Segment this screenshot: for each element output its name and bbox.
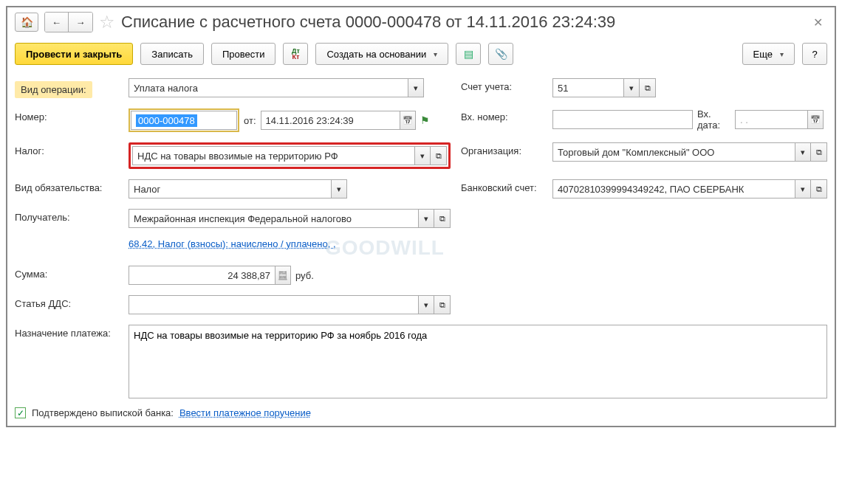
bank-acc-input[interactable]: 40702810399994349242, ПАО СБЕРБАНК: [552, 179, 795, 199]
print-form-button[interactable]: ▤: [456, 43, 481, 65]
number-date-cell: 0000-000478 от: 14.11.2016 23:24:39 ⚑: [129, 108, 451, 132]
enter-payment-link[interactable]: Ввести платежное поручение: [179, 407, 311, 418]
account-dropdown-icon[interactable]: ▾: [623, 78, 640, 97]
more-button[interactable]: Еще: [742, 43, 795, 65]
create-based-on-button[interactable]: Создать на основании: [315, 43, 448, 65]
bank-acc-dropdown-icon[interactable]: ▾: [795, 179, 811, 199]
tax-input[interactable]: НДС на товары ввозимые на территорию РФ: [132, 146, 414, 165]
liab-type-dropdown-icon[interactable]: ▾: [331, 179, 347, 199]
dds-dropdown-icon[interactable]: ▾: [418, 295, 434, 314]
toolbar: Провести и закрыть Записать Провести ДтК…: [15, 43, 827, 65]
number-input[interactable]: 0000-000478: [136, 114, 197, 127]
sum-label: Сумма:: [15, 266, 118, 280]
recipient-open-icon[interactable]: [434, 209, 451, 228]
op-type-cell: Уплата налога ▾: [129, 78, 451, 97]
org-input[interactable]: Торговый дом "Комплексный" ООО: [552, 142, 795, 162]
footer: ✓ Подтверждено выпиской банка: Ввести пл…: [15, 407, 827, 418]
status-flag-icon: ⚑: [420, 114, 430, 126]
org-dropdown-icon[interactable]: ▾: [795, 142, 811, 162]
kbk-link-cell: 68.42, Налог (взносы): начислено / уплач…: [129, 238, 827, 249]
save-button[interactable]: Записать: [140, 43, 204, 65]
account-input[interactable]: 51: [552, 78, 623, 97]
purpose-label: Назначение платежа:: [15, 325, 118, 339]
dds-input[interactable]: [129, 295, 418, 314]
recipient-input[interactable]: Межрайонная инспекция Федеральной налого…: [129, 209, 418, 228]
org-cell: Торговый дом "Комплексный" ООО ▾: [552, 142, 827, 162]
recipient-label: Получатель:: [15, 209, 118, 223]
org-label: Организация:: [461, 142, 542, 156]
confirmed-checkbox[interactable]: ✓: [15, 407, 26, 418]
confirmed-label: Подтверждено выпиской банка:: [32, 407, 174, 418]
liab-type-label: Вид обязательства:: [15, 179, 118, 193]
in-number-input[interactable]: [552, 110, 693, 129]
close-button[interactable]: ✕: [809, 14, 827, 31]
tax-cell: НДС на товары ввозимые на территорию РФ …: [129, 142, 451, 169]
liab-type-input[interactable]: Налог: [129, 179, 331, 199]
kbk-link[interactable]: 68.42, Налог (взносы): начислено / уплач…: [129, 238, 336, 249]
dtkt-button[interactable]: ДтКт: [283, 43, 308, 65]
op-type-dropdown-icon[interactable]: ▾: [408, 78, 424, 97]
bank-acc-cell: 40702810399994349242, ПАО СБЕРБАНК ▾: [552, 179, 827, 199]
sum-calc-icon[interactable]: [275, 266, 291, 285]
op-type-label: Вид операции:: [15, 78, 118, 98]
form-body: Вид операции: Уплата налога ▾ Счет учета…: [15, 78, 827, 398]
titlebar: 🏠 ← → ☆ Списание с расчетного счета 0000…: [15, 12, 827, 32]
dds-cell: ▾: [129, 295, 451, 314]
number-label: Номер:: [15, 108, 118, 122]
date-calendar-icon[interactable]: [400, 111, 416, 130]
dds-open-icon[interactable]: [434, 295, 451, 314]
account-cell: 51 ▾: [552, 78, 827, 97]
back-button[interactable]: ←: [45, 13, 69, 32]
tax-open-icon[interactable]: [431, 146, 447, 165]
date-input[interactable]: 14.11.2016 23:24:39: [261, 111, 400, 130]
help-button[interactable]: ?: [802, 43, 827, 65]
recipient-cell: Межрайонная инспекция Федеральной налого…: [129, 209, 451, 228]
nav-history: ← →: [44, 12, 93, 32]
in-date-calendar-icon[interactable]: [807, 110, 824, 129]
op-type-input[interactable]: Уплата налога: [129, 78, 408, 97]
tax-label: Налог:: [15, 142, 118, 156]
in-date-label: Вх. дата:: [697, 108, 730, 131]
liab-type-cell: Налог ▾: [129, 179, 451, 199]
post-button[interactable]: Провести: [211, 43, 276, 65]
purpose-textarea[interactable]: [129, 325, 827, 398]
from-label: от:: [244, 115, 256, 126]
favorite-star-icon[interactable]: ☆: [99, 12, 115, 32]
dds-label: Статья ДДС:: [15, 295, 118, 309]
post-and-close-button[interactable]: Провести и закрыть: [15, 43, 133, 65]
purpose-cell: [129, 325, 827, 398]
in-number-label: Вх. номер:: [461, 108, 542, 122]
in-date-input[interactable]: . .: [735, 110, 807, 129]
tax-dropdown-icon[interactable]: ▾: [414, 146, 431, 165]
sum-cell: 24 388,87 руб.: [129, 266, 827, 285]
attach-button[interactable]: 📎: [488, 43, 513, 65]
bank-acc-label: Банковский счет:: [461, 179, 542, 193]
sum-input[interactable]: 24 388,87: [129, 266, 275, 285]
in-number-cell: Вх. дата: . .: [552, 108, 827, 131]
bank-acc-open-icon[interactable]: [811, 179, 827, 199]
forward-button[interactable]: →: [69, 13, 92, 32]
window-title: Списание с расчетного счета 0000-000478 …: [121, 13, 803, 32]
account-open-icon[interactable]: [640, 78, 656, 97]
org-open-icon[interactable]: [811, 142, 827, 162]
recipient-dropdown-icon[interactable]: ▾: [418, 209, 434, 228]
account-label: Счет учета:: [461, 78, 542, 92]
home-button[interactable]: 🏠: [15, 13, 38, 32]
currency-label: руб.: [295, 270, 314, 281]
